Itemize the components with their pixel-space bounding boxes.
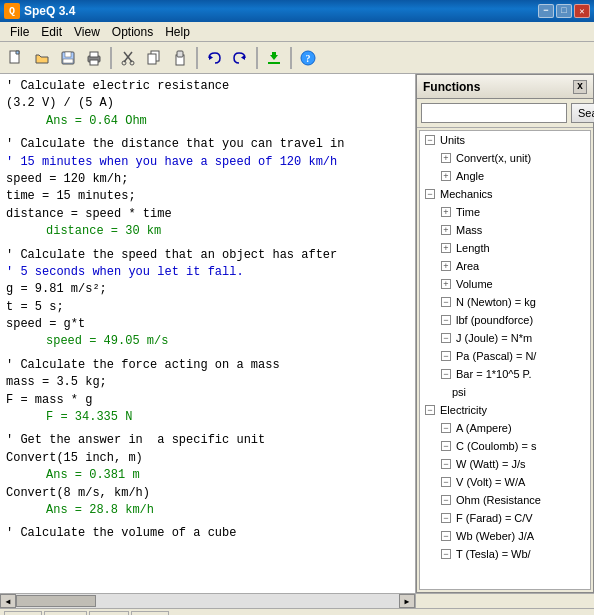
toolbar-print-button[interactable]	[82, 46, 106, 70]
hscroll-left[interactable]: ◀	[0, 594, 16, 608]
tree-item[interactable]: −F (Farad) = C/V	[420, 509, 590, 527]
tree-item[interactable]: −Pa (Pascal) = N/	[420, 347, 590, 365]
tree-item[interactable]: −W (Watt) = J/s	[420, 455, 590, 473]
tree-item[interactable]: −Mechanics	[420, 185, 590, 203]
tree-label: Angle	[456, 170, 484, 182]
toolbar: ?	[0, 42, 594, 74]
tree-item[interactable]: −N (Newton) = kg	[420, 293, 590, 311]
tree-expander[interactable]: −	[438, 438, 454, 454]
window-title: SpeQ 3.4	[24, 4, 75, 18]
tree-item[interactable]: −Units	[420, 131, 590, 149]
tree-label: W (Watt) = J/s	[456, 458, 526, 470]
tree-item[interactable]: −Bar = 1*10^5 P.	[420, 365, 590, 383]
toolbar-redo-button[interactable]	[228, 46, 252, 70]
menu-view[interactable]: View	[68, 23, 106, 41]
tree-expander[interactable]: −	[422, 132, 438, 148]
tree-expander[interactable]: −	[438, 528, 454, 544]
status-auto[interactable]: Auto	[89, 611, 130, 616]
status-rad[interactable]: Rad	[4, 611, 42, 616]
tree-expander[interactable]: −	[438, 330, 454, 346]
tree-label: Area	[456, 260, 479, 272]
toolbar-separator-2	[196, 47, 198, 69]
tree-item[interactable]: −lbf (poundforce)	[420, 311, 590, 329]
tree-label: Convert(x, unit)	[456, 152, 531, 164]
tree-item[interactable]: +Angle	[420, 167, 590, 185]
tree-item[interactable]: −Ohm (Resistance	[420, 491, 590, 509]
hscroll-right[interactable]: ▶	[399, 594, 415, 608]
bottom-scroll-area: ◀ ▶	[0, 593, 594, 608]
menu-help[interactable]: Help	[159, 23, 196, 41]
tree-expander[interactable]: −	[438, 420, 454, 436]
toolbar-separator-3	[256, 47, 258, 69]
tree-expander[interactable]: −	[438, 312, 454, 328]
toolbar-new-button[interactable]	[4, 46, 28, 70]
editor-line: ' Calculate the speed that an object has…	[6, 247, 409, 264]
tree-expander[interactable]: −	[438, 366, 454, 382]
tree-item[interactable]: −A (Ampere)	[420, 419, 590, 437]
tree-item[interactable]: −V (Volt) = W/A	[420, 473, 590, 491]
tree-item[interactable]: +Convert(x, unit)	[420, 149, 590, 167]
hscroll-thumb[interactable]	[16, 595, 96, 607]
tree-item[interactable]: +Time	[420, 203, 590, 221]
toolbar-copy-button[interactable]	[142, 46, 166, 70]
svg-rect-6	[90, 60, 98, 65]
editor-line: ' Get the answer in a specific unit	[6, 432, 409, 449]
title-bar: Q SpeQ 3.4 − □ ✕	[0, 0, 594, 22]
tree-expander[interactable]: −	[438, 546, 454, 562]
close-button[interactable]: ✕	[574, 4, 590, 18]
tree-expander[interactable]: +	[438, 222, 454, 238]
tree-item[interactable]: −J (Joule) = N*m	[420, 329, 590, 347]
functions-panel: Functions x Search −Units+Convert(x, uni…	[416, 74, 594, 593]
minimize-button[interactable]: −	[538, 4, 554, 18]
tree-expander[interactable]: +	[438, 150, 454, 166]
tree-expander[interactable]: +	[438, 258, 454, 274]
menu-edit[interactable]: Edit	[35, 23, 68, 41]
tree-expander[interactable]: −	[422, 186, 438, 202]
tree-expander[interactable]: −	[438, 510, 454, 526]
tree-label: Length	[456, 242, 490, 254]
tree-expander[interactable]: −	[438, 294, 454, 310]
toolbar-undo-button[interactable]	[202, 46, 226, 70]
tree-label: Bar = 1*10^5 P.	[456, 368, 532, 380]
tree-item[interactable]: −T (Tesla) = Wb/	[420, 545, 590, 563]
toolbar-save-button[interactable]	[56, 46, 80, 70]
maximize-button[interactable]: □	[556, 4, 572, 18]
functions-close-button[interactable]: x	[573, 80, 587, 94]
toolbar-cut-button[interactable]	[116, 46, 140, 70]
menu-options[interactable]: Options	[106, 23, 159, 41]
toolbar-separator-1	[110, 47, 112, 69]
tree-item[interactable]: −C (Coulomb) = s	[420, 437, 590, 455]
tree-item[interactable]: +Mass	[420, 221, 590, 239]
tree-item[interactable]: −Wb (Weber) J/A	[420, 527, 590, 545]
functions-search-button[interactable]: Search	[571, 103, 594, 123]
status-dec[interactable]: Dec	[131, 611, 169, 616]
tree-item[interactable]: +Volume	[420, 275, 590, 293]
tree-expander[interactable]: −	[438, 456, 454, 472]
toolbar-help-button[interactable]: ?	[296, 46, 320, 70]
editor-line: speed = 49.05 m/s	[6, 333, 409, 350]
tree-expander[interactable]: +	[438, 168, 454, 184]
tree-expander[interactable]	[438, 384, 450, 400]
tree-label: Volume	[456, 278, 493, 290]
toolbar-download-button[interactable]	[262, 46, 286, 70]
tree-item[interactable]: +Length	[420, 239, 590, 257]
functions-search-input[interactable]	[421, 103, 567, 123]
functions-tree[interactable]: −Units+Convert(x, unit)+Angle−Mechanics+…	[419, 130, 591, 590]
tree-item[interactable]: psi	[420, 383, 590, 401]
menu-file[interactable]: File	[4, 23, 35, 41]
tree-expander[interactable]: +	[438, 276, 454, 292]
editor-line: ' 5 seconds when you let it fall.	[6, 264, 409, 281]
tree-expander[interactable]: +	[438, 240, 454, 256]
tree-item[interactable]: −Electricity	[420, 401, 590, 419]
editor-line: distance = 30 km	[6, 223, 409, 240]
toolbar-open-button[interactable]	[30, 46, 54, 70]
status-float[interactable]: Float	[44, 611, 86, 616]
tree-expander[interactable]: +	[438, 204, 454, 220]
editor-content[interactable]: ' Calculate electric resistance(3.2 V) /…	[0, 74, 415, 593]
tree-expander[interactable]: −	[438, 492, 454, 508]
tree-expander[interactable]: −	[438, 474, 454, 490]
tree-item[interactable]: +Area	[420, 257, 590, 275]
tree-expander[interactable]: −	[422, 402, 438, 418]
tree-expander[interactable]: −	[438, 348, 454, 364]
toolbar-paste-button[interactable]	[168, 46, 192, 70]
